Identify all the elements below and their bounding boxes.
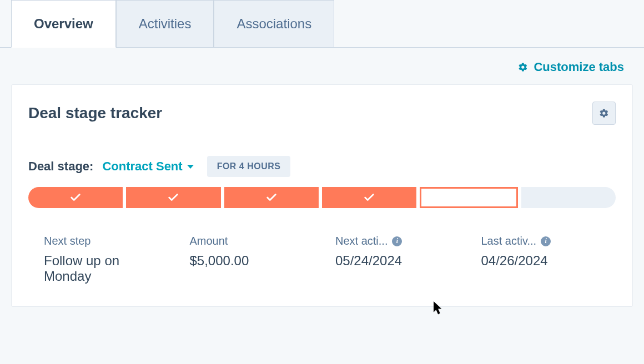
check-icon [265, 191, 278, 204]
tab-activities[interactable]: Activities [116, 0, 214, 47]
stage-segment[interactable] [322, 187, 416, 208]
detail-label: Next acti... i [335, 235, 470, 247]
deal-stage-label: Deal stage: [28, 159, 93, 174]
customize-tabs-link[interactable]: Customize tabs [534, 60, 624, 74]
detail-next-activity: Next acti... i 05/24/2024 [335, 235, 470, 284]
deal-details-grid: Next step Follow up on Monday Amount $5,… [28, 235, 616, 284]
info-icon[interactable]: i [392, 236, 402, 246]
detail-last-activity: Last activ... i 04/26/2024 [481, 235, 616, 284]
detail-value: 05/24/2024 [335, 253, 470, 269]
detail-amount: Amount $5,000.00 [190, 235, 325, 284]
deal-stage-card: Deal stage tracker Deal stage: Contract … [11, 84, 633, 307]
tab-associations[interactable]: Associations [214, 0, 334, 47]
deal-stage-value: Contract Sent [102, 159, 182, 174]
customize-row: Customize tabs [0, 48, 644, 74]
stage-duration-chip: FOR 4 HOURS [207, 156, 291, 177]
stage-segment[interactable] [521, 187, 616, 208]
gear-icon [599, 108, 609, 118]
stage-segment[interactable] [28, 187, 123, 208]
mouse-cursor-icon [434, 301, 444, 315]
card-header: Deal stage tracker [28, 102, 616, 125]
card-title: Deal stage tracker [28, 104, 162, 122]
stage-segment-current[interactable] [420, 187, 517, 208]
tab-overview[interactable]: Overview [11, 0, 116, 48]
detail-label: Last activ... i [481, 235, 616, 247]
detail-value: $5,000.00 [190, 253, 325, 269]
chevron-down-icon [187, 165, 194, 169]
deal-stage-dropdown[interactable]: Contract Sent [102, 159, 193, 174]
check-icon [167, 191, 179, 204]
tab-label: Activities [139, 16, 192, 31]
info-icon[interactable]: i [541, 236, 551, 246]
detail-value: 04/26/2024 [481, 253, 616, 269]
stage-segment[interactable] [126, 187, 220, 208]
tabs-row: Overview Activities Associations [0, 0, 644, 48]
detail-next-step: Next step Follow up on Monday [44, 235, 179, 284]
check-icon [69, 191, 82, 204]
detail-label: Next step [44, 235, 179, 247]
detail-label: Amount [190, 235, 325, 247]
tab-label: Overview [34, 16, 93, 31]
detail-value: Follow up on Monday [44, 253, 144, 284]
check-icon [363, 191, 375, 204]
gear-icon [518, 62, 528, 72]
deal-stage-row: Deal stage: Contract Sent FOR 4 HOURS [28, 156, 616, 177]
tab-label: Associations [237, 16, 311, 31]
card-settings-button[interactable] [592, 102, 616, 125]
stage-segment[interactable] [224, 187, 319, 208]
stage-progress-bar [28, 187, 616, 208]
